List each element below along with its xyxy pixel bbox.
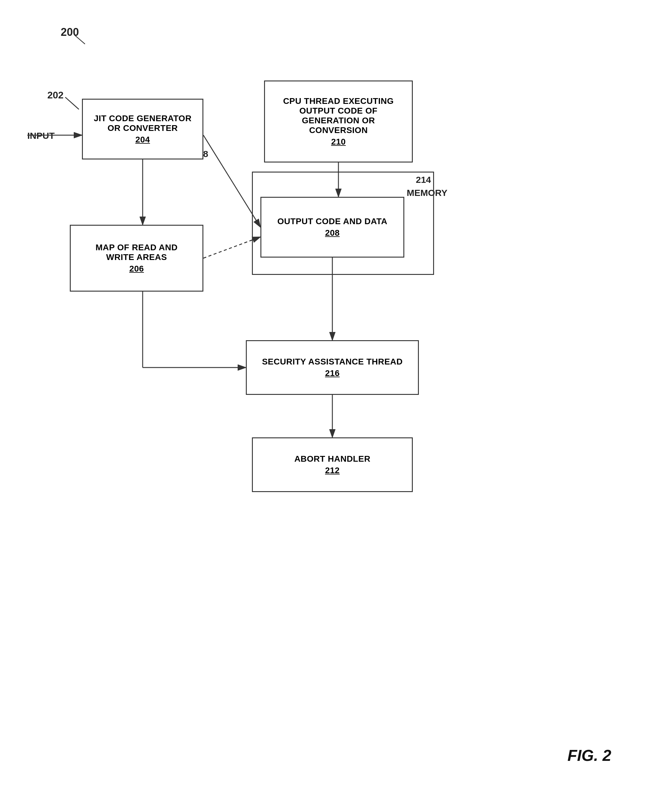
abort-handler-ref: 212 (325, 466, 340, 476)
cpu-thread-text: CPU THREAD EXECUTINGOUTPUT CODE OFGENERA… (272, 96, 405, 135)
map-read-write-box: MAP OF READ ANDWRITE AREAS 206 (70, 225, 203, 292)
fig-label: FIG. 2 (568, 746, 611, 765)
abort-handler-box: ABORT HANDLER 212 (252, 437, 413, 492)
input-label: INPUT (27, 131, 55, 141)
jit-code-generator-box: JIT CODE GENERATOROR CONVERTER 204 (82, 99, 203, 160)
label-202: 202 (47, 90, 64, 101)
jit-code-generator-ref: 204 (135, 135, 150, 145)
abort-handler-text: ABORT HANDLER (294, 454, 370, 464)
diagram-container: 200 202 INPUT 208 214 MEMORY JIT CODE GE… (0, 0, 672, 804)
figure-200-label: 200 (61, 26, 79, 39)
output-code-data-text: OUTPUT CODE AND DATA (277, 217, 388, 226)
map-read-write-text: MAP OF READ ANDWRITE AREAS (96, 243, 178, 262)
map-read-write-ref: 206 (129, 264, 144, 274)
security-thread-text: SECURITY ASSISTANCE THREAD (262, 357, 403, 367)
security-thread-box: SECURITY ASSISTANCE THREAD 216 (246, 340, 419, 395)
security-thread-ref: 216 (325, 368, 340, 378)
jit-code-generator-text: JIT CODE GENERATOROR CONVERTER (94, 114, 191, 133)
output-code-data-ref: 208 (325, 228, 340, 238)
cpu-thread-box: CPU THREAD EXECUTINGOUTPUT CODE OFGENERA… (264, 80, 413, 162)
svg-line-2 (65, 97, 79, 109)
output-code-data-box: OUTPUT CODE AND DATA 208 (261, 197, 404, 258)
cpu-thread-ref: 210 (331, 137, 346, 147)
